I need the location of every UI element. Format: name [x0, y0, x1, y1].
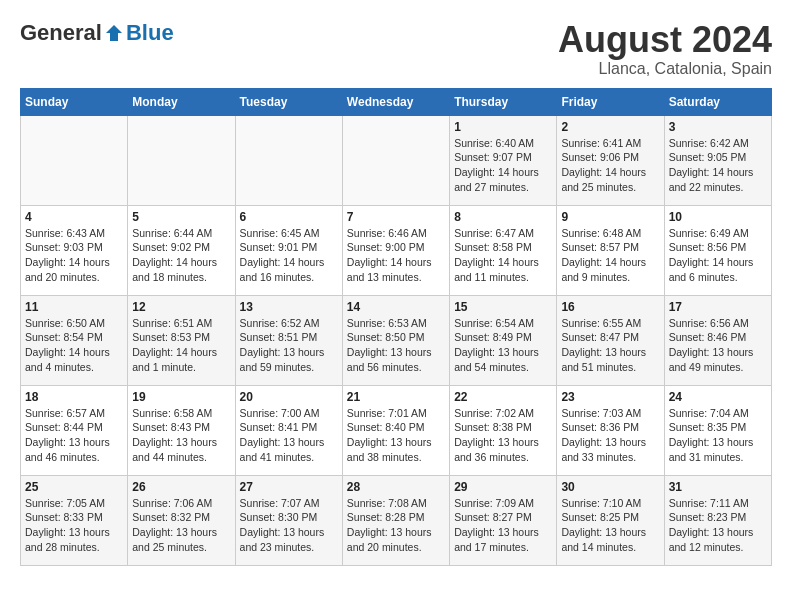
weekday-header-saturday: Saturday: [664, 88, 771, 115]
day-info: Sunrise: 7:06 AMSunset: 8:32 PMDaylight:…: [132, 496, 230, 555]
day-number: 5: [132, 210, 230, 224]
calendar-cell: 2Sunrise: 6:41 AMSunset: 9:06 PMDaylight…: [557, 115, 664, 205]
calendar-cell: 18Sunrise: 6:57 AMSunset: 8:44 PMDayligh…: [21, 385, 128, 475]
day-info: Sunrise: 6:46 AMSunset: 9:00 PMDaylight:…: [347, 226, 445, 285]
day-info: Sunrise: 6:44 AMSunset: 9:02 PMDaylight:…: [132, 226, 230, 285]
calendar-cell: [342, 115, 449, 205]
calendar-cell: 11Sunrise: 6:50 AMSunset: 8:54 PMDayligh…: [21, 295, 128, 385]
day-info: Sunrise: 6:54 AMSunset: 8:49 PMDaylight:…: [454, 316, 552, 375]
calendar-cell: 26Sunrise: 7:06 AMSunset: 8:32 PMDayligh…: [128, 475, 235, 565]
calendar-cell: 23Sunrise: 7:03 AMSunset: 8:36 PMDayligh…: [557, 385, 664, 475]
day-info: Sunrise: 6:45 AMSunset: 9:01 PMDaylight:…: [240, 226, 338, 285]
calendar-cell: 8Sunrise: 6:47 AMSunset: 8:58 PMDaylight…: [450, 205, 557, 295]
day-number: 21: [347, 390, 445, 404]
day-number: 4: [25, 210, 123, 224]
calendar-cell: 1Sunrise: 6:40 AMSunset: 9:07 PMDaylight…: [450, 115, 557, 205]
day-number: 28: [347, 480, 445, 494]
day-info: Sunrise: 7:02 AMSunset: 8:38 PMDaylight:…: [454, 406, 552, 465]
location-subtitle: Llanca, Catalonia, Spain: [558, 60, 772, 78]
logo-general-text: General: [20, 20, 102, 46]
calendar-cell: 24Sunrise: 7:04 AMSunset: 8:35 PMDayligh…: [664, 385, 771, 475]
day-number: 12: [132, 300, 230, 314]
calendar-cell: 29Sunrise: 7:09 AMSunset: 8:27 PMDayligh…: [450, 475, 557, 565]
day-info: Sunrise: 7:05 AMSunset: 8:33 PMDaylight:…: [25, 496, 123, 555]
day-number: 30: [561, 480, 659, 494]
calendar-cell: 4Sunrise: 6:43 AMSunset: 9:03 PMDaylight…: [21, 205, 128, 295]
calendar-table: SundayMondayTuesdayWednesdayThursdayFrid…: [20, 88, 772, 566]
day-number: 2: [561, 120, 659, 134]
calendar-cell: 13Sunrise: 6:52 AMSunset: 8:51 PMDayligh…: [235, 295, 342, 385]
calendar-cell: 25Sunrise: 7:05 AMSunset: 8:33 PMDayligh…: [21, 475, 128, 565]
calendar-cell: 9Sunrise: 6:48 AMSunset: 8:57 PMDaylight…: [557, 205, 664, 295]
day-number: 31: [669, 480, 767, 494]
day-number: 18: [25, 390, 123, 404]
calendar-cell: 20Sunrise: 7:00 AMSunset: 8:41 PMDayligh…: [235, 385, 342, 475]
day-number: 22: [454, 390, 552, 404]
day-info: Sunrise: 6:53 AMSunset: 8:50 PMDaylight:…: [347, 316, 445, 375]
day-number: 9: [561, 210, 659, 224]
day-number: 20: [240, 390, 338, 404]
day-info: Sunrise: 6:58 AMSunset: 8:43 PMDaylight:…: [132, 406, 230, 465]
day-number: 1: [454, 120, 552, 134]
calendar-cell: 16Sunrise: 6:55 AMSunset: 8:47 PMDayligh…: [557, 295, 664, 385]
day-info: Sunrise: 6:48 AMSunset: 8:57 PMDaylight:…: [561, 226, 659, 285]
calendar-cell: 21Sunrise: 7:01 AMSunset: 8:40 PMDayligh…: [342, 385, 449, 475]
day-info: Sunrise: 7:08 AMSunset: 8:28 PMDaylight:…: [347, 496, 445, 555]
calendar-cell: 10Sunrise: 6:49 AMSunset: 8:56 PMDayligh…: [664, 205, 771, 295]
calendar-cell: 17Sunrise: 6:56 AMSunset: 8:46 PMDayligh…: [664, 295, 771, 385]
weekday-header-row: SundayMondayTuesdayWednesdayThursdayFrid…: [21, 88, 772, 115]
day-number: 27: [240, 480, 338, 494]
day-info: Sunrise: 6:42 AMSunset: 9:05 PMDaylight:…: [669, 136, 767, 195]
calendar-cell: [235, 115, 342, 205]
weekday-header-monday: Monday: [128, 88, 235, 115]
day-info: Sunrise: 6:50 AMSunset: 8:54 PMDaylight:…: [25, 316, 123, 375]
title-section: August 2024 Llanca, Catalonia, Spain: [558, 20, 772, 78]
weekday-header-tuesday: Tuesday: [235, 88, 342, 115]
calendar-cell: 6Sunrise: 6:45 AMSunset: 9:01 PMDaylight…: [235, 205, 342, 295]
calendar-cell: 5Sunrise: 6:44 AMSunset: 9:02 PMDaylight…: [128, 205, 235, 295]
day-info: Sunrise: 7:09 AMSunset: 8:27 PMDaylight:…: [454, 496, 552, 555]
svg-marker-0: [106, 25, 122, 41]
calendar-cell: 31Sunrise: 7:11 AMSunset: 8:23 PMDayligh…: [664, 475, 771, 565]
day-info: Sunrise: 6:52 AMSunset: 8:51 PMDaylight:…: [240, 316, 338, 375]
day-info: Sunrise: 6:51 AMSunset: 8:53 PMDaylight:…: [132, 316, 230, 375]
calendar-cell: [21, 115, 128, 205]
day-info: Sunrise: 7:04 AMSunset: 8:35 PMDaylight:…: [669, 406, 767, 465]
calendar-week-row: 1Sunrise: 6:40 AMSunset: 9:07 PMDaylight…: [21, 115, 772, 205]
day-info: Sunrise: 6:56 AMSunset: 8:46 PMDaylight:…: [669, 316, 767, 375]
calendar-cell: 28Sunrise: 7:08 AMSunset: 8:28 PMDayligh…: [342, 475, 449, 565]
logo: General Blue: [20, 20, 174, 46]
day-number: 8: [454, 210, 552, 224]
calendar-cell: 22Sunrise: 7:02 AMSunset: 8:38 PMDayligh…: [450, 385, 557, 475]
weekday-header-thursday: Thursday: [450, 88, 557, 115]
page-header: General Blue August 2024 Llanca, Catalon…: [20, 20, 772, 78]
day-number: 7: [347, 210, 445, 224]
day-info: Sunrise: 7:07 AMSunset: 8:30 PMDaylight:…: [240, 496, 338, 555]
weekday-header-wednesday: Wednesday: [342, 88, 449, 115]
day-number: 23: [561, 390, 659, 404]
day-number: 13: [240, 300, 338, 314]
day-info: Sunrise: 7:10 AMSunset: 8:25 PMDaylight:…: [561, 496, 659, 555]
calendar-cell: 12Sunrise: 6:51 AMSunset: 8:53 PMDayligh…: [128, 295, 235, 385]
day-info: Sunrise: 7:00 AMSunset: 8:41 PMDaylight:…: [240, 406, 338, 465]
day-number: 25: [25, 480, 123, 494]
day-info: Sunrise: 6:40 AMSunset: 9:07 PMDaylight:…: [454, 136, 552, 195]
day-info: Sunrise: 6:43 AMSunset: 9:03 PMDaylight:…: [25, 226, 123, 285]
day-info: Sunrise: 6:49 AMSunset: 8:56 PMDaylight:…: [669, 226, 767, 285]
day-info: Sunrise: 7:03 AMSunset: 8:36 PMDaylight:…: [561, 406, 659, 465]
calendar-cell: 19Sunrise: 6:58 AMSunset: 8:43 PMDayligh…: [128, 385, 235, 475]
logo-icon: [104, 23, 124, 43]
day-number: 6: [240, 210, 338, 224]
day-info: Sunrise: 6:57 AMSunset: 8:44 PMDaylight:…: [25, 406, 123, 465]
month-year-title: August 2024: [558, 20, 772, 60]
calendar-cell: 14Sunrise: 6:53 AMSunset: 8:50 PMDayligh…: [342, 295, 449, 385]
day-info: Sunrise: 6:55 AMSunset: 8:47 PMDaylight:…: [561, 316, 659, 375]
day-number: 16: [561, 300, 659, 314]
day-number: 26: [132, 480, 230, 494]
day-info: Sunrise: 6:47 AMSunset: 8:58 PMDaylight:…: [454, 226, 552, 285]
day-number: 17: [669, 300, 767, 314]
day-number: 3: [669, 120, 767, 134]
day-number: 11: [25, 300, 123, 314]
calendar-cell: [128, 115, 235, 205]
calendar-cell: 3Sunrise: 6:42 AMSunset: 9:05 PMDaylight…: [664, 115, 771, 205]
